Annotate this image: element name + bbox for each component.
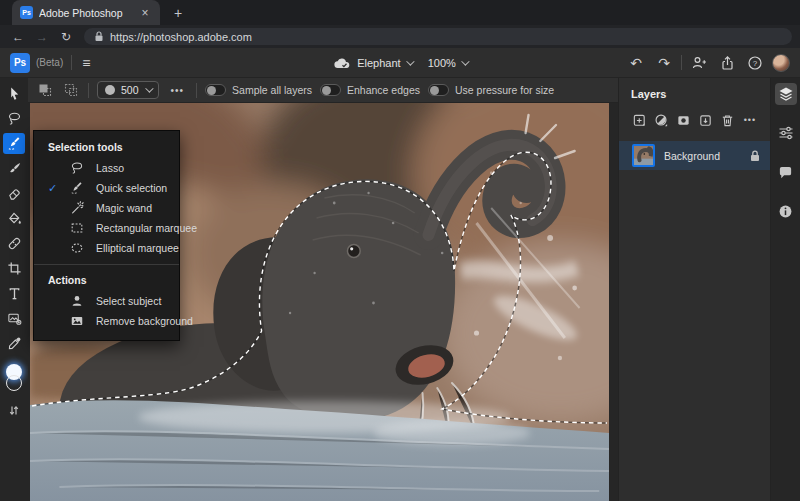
more-options-button[interactable]: ••• — [167, 85, 189, 96]
delete-layer-button[interactable] — [720, 112, 736, 128]
share-button[interactable] — [716, 52, 738, 74]
menu-section-title: Actions — [34, 271, 179, 291]
tool-options-bar: 500 ••• Sample all layers Enhance edges … — [28, 78, 618, 103]
menu-item-rectangular-marquee[interactable]: Rectangular marquee — [34, 218, 179, 238]
zoom-level-dropdown[interactable]: 100% — [428, 57, 467, 69]
add-mask-button[interactable] — [675, 112, 691, 128]
comments-panel-button[interactable] — [775, 161, 797, 183]
layer-name: Background — [664, 150, 741, 162]
help-button[interactable]: ? — [744, 52, 766, 74]
swap-colors-button[interactable] — [9, 402, 19, 420]
select-subject-icon — [70, 294, 96, 308]
right-panel-strip — [770, 78, 800, 501]
divider — [88, 83, 89, 98]
document-name: Elephant — [357, 57, 400, 69]
add-layer-button[interactable] — [631, 112, 647, 128]
rectangular-marquee-icon — [70, 221, 96, 235]
brush-size-value: 500 — [121, 84, 139, 96]
enhance-edges-toggle[interactable] — [320, 84, 341, 96]
selection-tools-flyout: Selection tools Lasso ✓ Quick sele — [33, 130, 180, 341]
layers-more-button[interactable]: ••• — [742, 112, 758, 128]
menu-item-elliptical-marquee[interactable]: Elliptical marquee — [34, 238, 179, 258]
reload-button[interactable]: ↻ — [56, 28, 76, 46]
fill-bucket-tool-button[interactable] — [3, 208, 25, 229]
adjustments-panel-button[interactable] — [775, 122, 797, 144]
menu-item-lasso[interactable]: Lasso — [34, 158, 179, 178]
main-area: 500 ••• Sample all layers Enhance edges … — [28, 78, 618, 501]
eraser-tool-button[interactable] — [3, 183, 25, 204]
browser-tab[interactable]: Ps Adobe Photoshop × — [12, 0, 160, 25]
ps-body: 500 ••• Sample all layers Enhance edges … — [0, 78, 800, 501]
lasso-icon — [70, 161, 96, 175]
user-avatar[interactable] — [772, 54, 790, 72]
type-tool-button[interactable] — [3, 283, 25, 304]
hamburger-menu-button[interactable]: ≡ — [82, 55, 90, 71]
info-panel-button[interactable] — [775, 200, 797, 222]
url-text: https://photoshop.adobe.com — [110, 31, 252, 43]
toggle-knob — [430, 86, 439, 95]
check-icon: ✓ — [48, 182, 70, 195]
layers-panel: Layers ••• — [618, 78, 770, 501]
menu-item-remove-background[interactable]: Remove background — [34, 311, 179, 331]
enhance-edges-label: Enhance edges — [347, 84, 420, 96]
beta-label: (Beta) — [36, 57, 63, 68]
subtract-from-selection-button[interactable] — [62, 81, 80, 99]
brush-tool-button[interactable] — [3, 158, 25, 179]
brush-size-dropdown[interactable]: 500 — [97, 81, 159, 99]
forward-button[interactable]: → — [32, 28, 52, 46]
left-toolbar — [0, 78, 28, 501]
menu-item-label: Remove background — [96, 315, 193, 327]
menu-item-quick-selection[interactable]: ✓ Quick selection — [34, 178, 179, 198]
divider — [196, 83, 197, 98]
lock-icon — [94, 31, 104, 42]
background-color-swatch[interactable] — [6, 375, 22, 391]
use-pressure-toggle[interactable] — [428, 84, 449, 96]
lock-icon[interactable] — [750, 150, 760, 162]
elliptical-marquee-icon — [70, 241, 96, 255]
menu-item-select-subject[interactable]: Select subject — [34, 291, 179, 311]
address-bar[interactable]: https://photoshop.adobe.com — [84, 28, 792, 45]
crop-tool-button[interactable] — [3, 258, 25, 279]
layers-actions-row: ••• — [619, 100, 770, 128]
chevron-down-icon — [461, 57, 469, 65]
layers-panel-button[interactable] — [775, 83, 797, 105]
sample-all-layers-toggle[interactable] — [205, 84, 226, 96]
ps-logo: Ps — [10, 53, 30, 73]
zoom-level: 100% — [428, 57, 456, 69]
brush-preview-icon — [105, 85, 115, 95]
layers-panel-title: Layers — [619, 78, 770, 100]
menu-item-magic-wand[interactable]: Magic wand — [34, 198, 179, 218]
header-actions: ↶ ↷ ? — [625, 52, 790, 74]
cloud-synced-icon — [333, 56, 351, 70]
tab-title: Adobe Photoshop — [39, 7, 132, 19]
move-tool-button[interactable] — [3, 83, 25, 104]
svg-text:?: ? — [753, 59, 758, 68]
add-to-selection-button[interactable] — [36, 81, 54, 99]
color-swatches[interactable] — [4, 364, 24, 394]
canvas-area[interactable]: Selection tools Lasso ✓ Quick sele — [28, 103, 618, 501]
clip-layer-button[interactable] — [698, 112, 714, 128]
healing-brush-tool-button[interactable] — [3, 233, 25, 254]
use-pressure-label: Use pressure for size — [455, 84, 554, 96]
divider — [71, 55, 72, 70]
lasso-tool-button[interactable] — [3, 108, 25, 129]
new-tab-button[interactable]: + — [166, 1, 190, 25]
eyedropper-tool-button[interactable] — [3, 333, 25, 354]
remove-background-icon — [70, 314, 96, 328]
chevron-down-icon — [145, 84, 153, 92]
tab-close-button[interactable]: × — [138, 6, 152, 20]
menu-item-label: Magic wand — [96, 202, 152, 214]
quick-selection-tool-button[interactable] — [3, 133, 25, 154]
add-adjustment-button[interactable] — [653, 112, 669, 128]
menu-section-title: Selection tools — [34, 138, 179, 158]
browser-navbar: ← → ↻ https://photoshop.adobe.com — [0, 25, 800, 48]
layer-row-background[interactable]: Background — [619, 141, 770, 170]
invite-people-button[interactable] — [688, 52, 710, 74]
image-adjust-tool-button[interactable] — [3, 308, 25, 329]
undo-button[interactable]: ↶ — [625, 52, 647, 74]
document-name-dropdown[interactable]: Elephant — [357, 57, 411, 69]
menu-item-label: Elliptical marquee — [96, 242, 179, 254]
back-button[interactable]: ← — [8, 28, 28, 46]
menu-item-label: Quick selection — [96, 182, 167, 194]
redo-button[interactable]: ↷ — [653, 52, 675, 74]
